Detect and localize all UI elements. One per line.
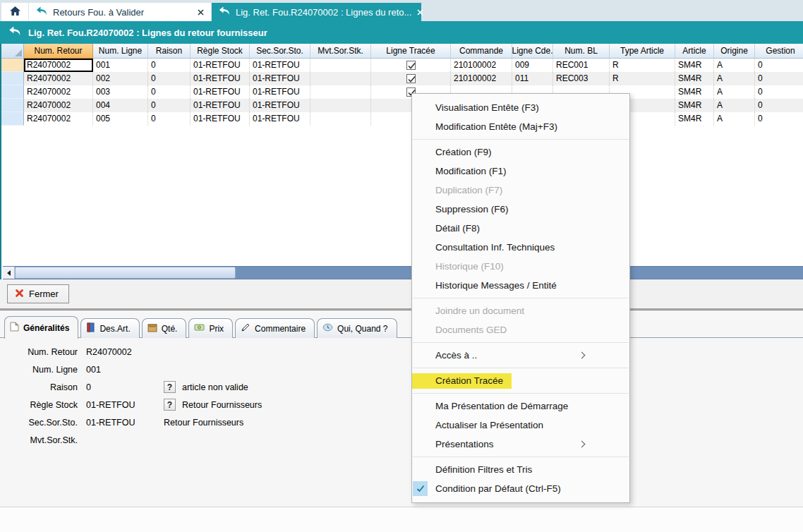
column-header-type-article[interactable]: Type Article	[610, 44, 675, 59]
grid-corner-cell[interactable]	[1, 44, 24, 59]
cell-num-ligne[interactable]: 004	[93, 99, 148, 112]
table-row[interactable]: R24070002 004 0 01-RETFOU 01-RETFOU SM4R…	[1, 99, 803, 112]
tab-retours-a-valider[interactable]: Retours Fou. à Valider	[29, 3, 211, 21]
cell-mvt-sor-stk[interactable]	[310, 85, 371, 99]
column-header-num-bl[interactable]: Num. BL	[553, 44, 610, 59]
table-row[interactable]: R24070002 002 0 01-RETFOU 01-RETFOU 2101…	[1, 72, 803, 85]
cell-commande[interactable]: 210100002	[451, 59, 512, 72]
cell-num-ligne[interactable]: 005	[93, 112, 148, 126]
menu-item-consultation-inf-techniques[interactable]: Consultation Inf. Techniques	[412, 238, 629, 257]
cell-type-article[interactable]: R	[610, 72, 675, 85]
cell-gestion[interactable]: 0	[755, 59, 803, 72]
cell-ligne-cde[interactable]: 009	[512, 59, 553, 72]
cell-num-ligne[interactable]: 001	[93, 59, 148, 72]
cell-num-bl[interactable]: REC001	[553, 59, 610, 72]
checkbox-ligne-tracee[interactable]	[406, 61, 416, 70]
cell-mvt-sor-stk[interactable]	[310, 59, 371, 72]
menu-item-modification-entete[interactable]: Modification Entête (Maj+F3)	[412, 117, 629, 136]
cell-article[interactable]: SM4R	[675, 72, 714, 85]
cell-num-retour[interactable]: R24070002	[24, 85, 93, 99]
tab-commentaire[interactable]: Commentaire	[235, 318, 315, 338]
menu-item-condition-par-defaut[interactable]: Condition par Défaut (Ctrl-F5)	[412, 479, 629, 498]
scrollbar-thumb[interactable]	[15, 267, 236, 279]
menu-item-definition-filtres-tris[interactable]: Définition Filtres et Tris	[412, 460, 629, 479]
row-selector[interactable]	[1, 112, 24, 126]
cell-origine[interactable]: A	[714, 85, 755, 99]
column-header-commande[interactable]: Commande	[451, 44, 512, 59]
tab-qui-quand[interactable]: Qui, Quand ?	[317, 318, 397, 338]
cell-article[interactable]: SM4R	[675, 59, 714, 72]
cell-sec-sor-sto[interactable]: 01-RETFOU	[250, 72, 310, 85]
cell-origine[interactable]: A	[714, 112, 755, 126]
cell-origine[interactable]: A	[714, 72, 755, 85]
horizontal-scrollbar[interactable]	[3, 266, 803, 279]
menu-item-creation-tracee[interactable]: Création Tracée	[412, 371, 629, 390]
row-selector[interactable]	[1, 72, 24, 85]
tab-generalites[interactable]: Généralités	[4, 316, 78, 339]
cell-sec-sor-sto[interactable]: 01-RETFOU	[250, 85, 310, 99]
column-header-regle-stock[interactable]: Règle Stock	[191, 44, 250, 59]
cell-article[interactable]: SM4R	[675, 99, 714, 112]
help-button[interactable]: ?	[164, 399, 176, 411]
help-button[interactable]: ?	[164, 381, 176, 393]
menu-item-actualiser-presentation[interactable]: Actualiser la Présentation	[412, 416, 629, 435]
table-row[interactable]: R24070002 001 0 01-RETFOU 01-RETFOU 2101…	[1, 59, 803, 72]
row-selector[interactable]	[1, 85, 24, 99]
cell-num-ligne[interactable]: 002	[93, 72, 148, 85]
cell-regle-stock[interactable]: 01-RETFOU	[191, 85, 250, 99]
cell-sec-sor-sto[interactable]: 01-RETFOU	[250, 59, 310, 72]
cell-regle-stock[interactable]: 01-RETFOU	[191, 112, 250, 126]
cell-article[interactable]: SM4R	[675, 85, 714, 99]
cell-mvt-sor-stk[interactable]	[310, 112, 371, 126]
column-header-mvt-sor-stk[interactable]: Mvt.Sor.Stk.	[310, 44, 371, 59]
cell-sec-sor-sto[interactable]: 01-RETFOU	[250, 112, 310, 126]
menu-item-suppression[interactable]: Suppression (F6)	[412, 200, 629, 219]
fermer-button[interactable]: Fermer	[7, 284, 69, 303]
table-row[interactable]: R24070002 005 0 01-RETFOU 01-RETFOU SM4R…	[1, 112, 803, 126]
column-header-sec-sor-sto[interactable]: Sec.Sor.Sto.	[250, 44, 310, 59]
cell-gestion[interactable]: 0	[755, 112, 803, 126]
tab-des-art[interactable]: Des.Art.	[80, 318, 139, 338]
column-header-raison[interactable]: Raison	[148, 44, 191, 59]
cell-num-retour[interactable]: R24070002	[24, 112, 93, 126]
column-header-gestion[interactable]: Gestion	[755, 44, 803, 59]
cell-sec-sor-sto[interactable]: 01-RETFOU	[250, 99, 310, 112]
cell-origine[interactable]: A	[714, 59, 755, 72]
cell-commande[interactable]: 210100002	[451, 72, 512, 85]
cell-gestion[interactable]: 0	[755, 72, 803, 85]
tab-prix[interactable]: Prix	[188, 318, 233, 338]
table-row[interactable]: R24070002 003 0 01-RETFOU 01-RETFOU SM4R…	[1, 85, 803, 99]
column-header-ligne-cde[interactable]: Ligne Cde.	[512, 44, 553, 59]
menu-item-creation[interactable]: Création (F9)	[412, 143, 629, 162]
menu-item-visualisation-entete[interactable]: Visualisation Entête (F3)	[412, 98, 629, 117]
cell-mvt-sor-stk[interactable]	[310, 72, 371, 85]
menu-item-ma-presentation-demarrage[interactable]: Ma Présentation de Démarrage	[412, 397, 629, 416]
cell-type-article[interactable]: R	[610, 59, 675, 72]
tab-lignes-retour[interactable]: Lig. Ret. Fou.R24070002 : Lignes du reto…	[212, 3, 421, 21]
scroll-left-button[interactable]	[3, 267, 15, 279]
tab-home[interactable]	[1, 3, 28, 21]
cell-ligne-tracee[interactable]	[371, 72, 451, 85]
cell-article[interactable]: SM4R	[675, 112, 714, 126]
cell-origine[interactable]: A	[714, 99, 755, 112]
menu-item-historique-messages-entite[interactable]: Historique Messages / Entité	[412, 276, 629, 295]
cell-num-retour[interactable]: R24070002	[24, 59, 93, 72]
cell-num-bl[interactable]: REC003	[553, 72, 610, 85]
column-header-num-ligne[interactable]: Num. Ligne	[93, 44, 148, 59]
cell-raison[interactable]: 0	[148, 112, 191, 126]
cell-num-retour[interactable]: R24070002	[24, 99, 93, 112]
cell-regle-stock[interactable]: 01-RETFOU	[191, 59, 250, 72]
close-icon[interactable]	[417, 9, 423, 16]
cell-regle-stock[interactable]: 01-RETFOU	[191, 99, 250, 112]
close-icon[interactable]	[198, 9, 204, 16]
cell-raison[interactable]: 0	[148, 85, 191, 99]
cell-gestion[interactable]: 0	[755, 99, 803, 112]
column-header-origine[interactable]: Origine	[714, 44, 755, 59]
row-selector[interactable]	[1, 59, 24, 72]
column-header-article[interactable]: Article	[675, 44, 714, 59]
tab-qte[interactable]: Qté.	[142, 318, 187, 338]
cell-num-retour[interactable]: R24070002	[24, 72, 93, 85]
cell-raison[interactable]: 0	[148, 59, 191, 72]
cell-ligne-cde[interactable]: 011	[512, 72, 553, 85]
cell-mvt-sor-stk[interactable]	[310, 99, 371, 112]
